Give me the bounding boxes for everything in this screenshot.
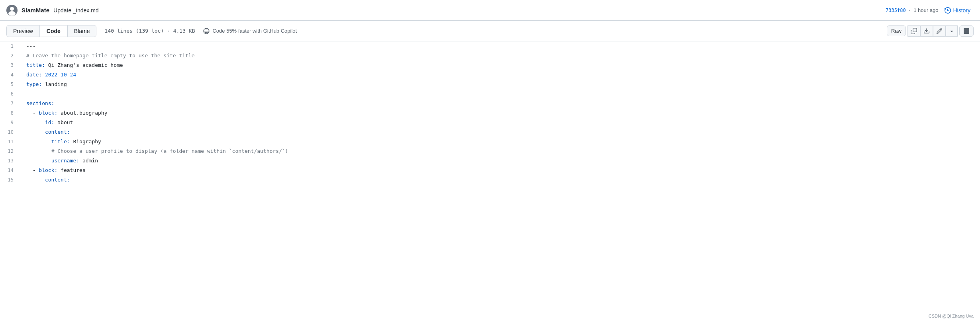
line-code: content: bbox=[20, 175, 980, 185]
line-code: id: about bbox=[20, 118, 980, 127]
line-number: 4 bbox=[0, 70, 20, 80]
table-row: 15 content: bbox=[0, 175, 980, 185]
table-row: 8 - block: about.biography bbox=[0, 108, 980, 118]
history-label: History bbox=[953, 7, 970, 14]
commit-hash[interactable]: 7335f80 bbox=[886, 8, 906, 13]
top-bar: SlamMate Update _index.md 7335f80 · 1 ho… bbox=[0, 0, 980, 21]
toolbar-left: Preview Code Blame 140 lines (139 loc) ·… bbox=[6, 25, 297, 37]
table-row: 1 --- bbox=[0, 41, 980, 51]
svg-point-0 bbox=[10, 7, 14, 11]
table-row: 3 title: Qi Zhang's academic home bbox=[0, 60, 980, 70]
line-code: # Leave the homepage title empty to use … bbox=[20, 51, 980, 60]
line-number: 9 bbox=[0, 118, 20, 127]
line-code: --- bbox=[20, 41, 980, 51]
line-number: 1 bbox=[0, 41, 20, 51]
line-number: 2 bbox=[0, 51, 20, 60]
line-number: 6 bbox=[0, 89, 20, 99]
table-row: 7 sections: bbox=[0, 99, 980, 108]
top-bar-left: SlamMate Update _index.md bbox=[6, 5, 99, 16]
top-bar-right: 7335f80 · 1 hour ago History bbox=[886, 6, 974, 15]
commit-message: Update _index.md bbox=[53, 7, 99, 14]
line-code: date: 2022-10-24 bbox=[20, 70, 980, 80]
line-code: type: landing bbox=[20, 80, 980, 89]
line-code: sections: bbox=[20, 99, 980, 108]
copilot-badge[interactable]: Code 55% faster with GitHub Copilot bbox=[203, 27, 297, 35]
chevron-down-icon bbox=[949, 28, 955, 34]
line-number: 7 bbox=[0, 99, 20, 108]
copy-icon bbox=[911, 28, 917, 34]
line-code: - block: about.biography bbox=[20, 108, 980, 118]
action-buttons bbox=[907, 25, 958, 37]
line-number: 5 bbox=[0, 80, 20, 89]
history-button[interactable]: History bbox=[941, 6, 974, 15]
code-tab[interactable]: Code bbox=[40, 25, 67, 37]
line-code: title: Qi Zhang's academic home bbox=[20, 60, 980, 70]
line-code: content: bbox=[20, 127, 980, 137]
table-row: 5 type: landing bbox=[0, 80, 980, 89]
line-code bbox=[20, 89, 980, 99]
toolbar: Preview Code Blame 140 lines (139 loc) ·… bbox=[0, 21, 980, 41]
line-number: 12 bbox=[0, 146, 20, 156]
table-row: 10 content: bbox=[0, 127, 980, 137]
table-row: 12 # Choose a user profile to display (a… bbox=[0, 146, 980, 156]
line-number: 15 bbox=[0, 175, 20, 185]
line-number: 14 bbox=[0, 166, 20, 175]
line-code: title: Biography bbox=[20, 137, 980, 146]
line-number: 3 bbox=[0, 60, 20, 70]
file-info: 140 lines (139 loc) · 4.13 KB bbox=[104, 28, 195, 34]
table-row: 14 - block: features bbox=[0, 166, 980, 175]
line-number: 11 bbox=[0, 137, 20, 146]
download-button[interactable] bbox=[920, 25, 933, 37]
line-code: username: admin bbox=[20, 156, 980, 166]
line-number: 10 bbox=[0, 127, 20, 137]
copy-button[interactable] bbox=[907, 25, 920, 37]
copilot-icon bbox=[203, 27, 210, 35]
time-ago: 1 hour ago bbox=[913, 7, 938, 13]
blame-tab[interactable]: Blame bbox=[67, 25, 97, 37]
table-row: 6 bbox=[0, 89, 980, 99]
history-icon bbox=[945, 7, 951, 14]
code-table: 1 --- 2 # Leave the homepage title empty… bbox=[0, 41, 980, 185]
line-number: 8 bbox=[0, 108, 20, 118]
table-row: 2 # Leave the homepage title empty to us… bbox=[0, 51, 980, 60]
view-tabs: Preview Code Blame bbox=[6, 25, 96, 37]
table-row: 9 id: about bbox=[0, 118, 980, 127]
table-row: 4 date: 2022-10-24 bbox=[0, 70, 980, 80]
symbols-button[interactable] bbox=[959, 25, 974, 37]
code-container: 1 --- 2 # Leave the homepage title empty… bbox=[0, 41, 980, 185]
more-options-button[interactable] bbox=[946, 25, 958, 37]
symbols-icon bbox=[963, 28, 970, 34]
avatar bbox=[6, 5, 18, 16]
copilot-label: Code 55% faster with GitHub Copilot bbox=[212, 28, 297, 34]
line-number: 13 bbox=[0, 156, 20, 166]
table-row: 11 title: Biography bbox=[0, 137, 980, 146]
download-icon bbox=[923, 28, 930, 34]
separator: · bbox=[909, 7, 911, 13]
edit-icon bbox=[936, 28, 943, 34]
line-code: # Choose a user profile to display (a fo… bbox=[20, 146, 980, 156]
line-code: - block: features bbox=[20, 166, 980, 175]
edit-button[interactable] bbox=[933, 25, 946, 37]
raw-button[interactable]: Raw bbox=[887, 25, 906, 36]
repo-name[interactable]: SlamMate bbox=[22, 7, 49, 14]
svg-point-1 bbox=[8, 11, 16, 16]
toolbar-right: Raw bbox=[887, 25, 974, 37]
preview-tab[interactable]: Preview bbox=[6, 25, 40, 37]
table-row: 13 username: admin bbox=[0, 156, 980, 166]
